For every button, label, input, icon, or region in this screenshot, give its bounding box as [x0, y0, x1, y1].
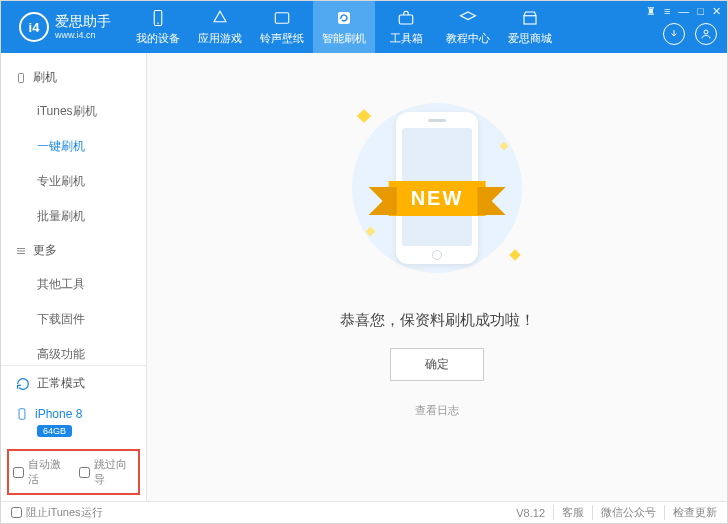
tab-my-device[interactable]: 我的设备	[127, 1, 189, 53]
post-flash-options: 自动激活 跳过向导	[7, 449, 140, 495]
brand-subtitle: www.i4.cn	[55, 30, 111, 41]
main-content: NEW 恭喜您，保资料刷机成功啦！ 确定 查看日志	[147, 53, 727, 501]
success-message: 恭喜您，保资料刷机成功啦！	[340, 311, 535, 330]
storage-badge: 64GB	[37, 425, 72, 437]
tab-label: 应用游戏	[198, 31, 242, 46]
skip-guide-checkbox[interactable]: 跳过向导	[79, 457, 135, 487]
wechat-link[interactable]: 微信公众号	[592, 505, 656, 520]
svg-rect-4	[399, 15, 413, 24]
phone-icon	[149, 9, 167, 27]
checkbox-label: 自动激活	[28, 457, 69, 487]
tab-label: 我的设备	[136, 31, 180, 46]
section-title: 更多	[33, 242, 57, 259]
apps-icon	[211, 9, 229, 27]
tab-apps[interactable]: 应用游戏	[189, 1, 251, 53]
device-row[interactable]: iPhone 8	[1, 401, 146, 423]
image-icon	[273, 9, 291, 27]
device-mode[interactable]: 正常模式	[1, 366, 146, 401]
minimize-button[interactable]: —	[678, 5, 689, 18]
device-name: iPhone 8	[35, 407, 82, 421]
block-itunes-checkbox[interactable]: 阻止iTunes运行	[11, 505, 103, 520]
graduation-icon	[459, 9, 477, 27]
view-log-link[interactable]: 查看日志	[415, 403, 459, 418]
refresh-blue-icon	[15, 376, 31, 392]
toolbox-icon	[397, 9, 415, 27]
svg-point-6	[704, 30, 708, 34]
checkbox-label: 阻止iTunes运行	[26, 505, 103, 520]
tab-store[interactable]: 爱思商城	[499, 1, 561, 53]
svg-rect-8	[19, 409, 25, 420]
sidebar-section-more[interactable]: 更多	[1, 234, 146, 267]
check-update-link[interactable]: 检查更新	[664, 505, 717, 520]
section-title: 刷机	[33, 69, 57, 86]
sidebar-item-batch-flash[interactable]: 批量刷机	[1, 199, 146, 234]
new-ribbon: NEW	[389, 181, 486, 216]
checkbox-label: 跳过向导	[94, 457, 135, 487]
app-header: i4 爱思助手 www.i4.cn 我的设备 应用游戏 铃声壁纸 智能刷机 工具…	[1, 1, 727, 53]
ok-button[interactable]: 确定	[390, 348, 484, 381]
svg-rect-2	[275, 12, 289, 23]
menu-button[interactable]: ≡	[664, 5, 670, 18]
phone-outline-icon	[15, 72, 27, 84]
user-button[interactable]	[695, 23, 717, 45]
download-button[interactable]	[663, 23, 685, 45]
tab-flash[interactable]: 智能刷机	[313, 1, 375, 53]
sidebar-section-flash[interactable]: 刷机	[1, 61, 146, 94]
tab-label: 智能刷机	[322, 31, 366, 46]
svg-rect-5	[524, 15, 536, 23]
tab-label: 铃声壁纸	[260, 31, 304, 46]
brand-title: 爱思助手	[55, 13, 111, 30]
tab-label: 工具箱	[390, 31, 423, 46]
tab-toolbox[interactable]: 工具箱	[375, 1, 437, 53]
sidebar-item-itunes-flash[interactable]: iTunes刷机	[1, 94, 146, 129]
maximize-button[interactable]: □	[697, 5, 704, 18]
close-button[interactable]: ✕	[712, 5, 721, 18]
support-link[interactable]: 客服	[553, 505, 584, 520]
mode-label: 正常模式	[37, 375, 85, 392]
tab-label: 教程中心	[446, 31, 490, 46]
sidebar: 刷机 iTunes刷机 一键刷机 专业刷机 批量刷机 更多 其他工具 下载固件 …	[1, 53, 147, 501]
tab-tutorials[interactable]: 教程中心	[437, 1, 499, 53]
tab-ringtones[interactable]: 铃声壁纸	[251, 1, 313, 53]
version-label: V8.12	[516, 507, 545, 519]
main-tabs: 我的设备 应用游戏 铃声壁纸 智能刷机 工具箱 教程中心 爱思商城	[127, 1, 561, 53]
tab-label: 爱思商城	[508, 31, 552, 46]
refresh-icon	[335, 9, 353, 27]
sidebar-item-pro-flash[interactable]: 专业刷机	[1, 164, 146, 199]
sidebar-item-download-firmware[interactable]: 下载固件	[1, 302, 146, 337]
logo-icon: i4	[19, 12, 49, 42]
svg-point-1	[157, 22, 159, 24]
phone-blue-icon	[15, 407, 29, 421]
auto-activate-checkbox[interactable]: 自动激活	[13, 457, 69, 487]
success-illustration: NEW	[337, 93, 537, 283]
status-bar: 阻止iTunes运行 V8.12 客服 微信公众号 检查更新	[1, 501, 727, 523]
skin-button[interactable]: ♜	[646, 5, 656, 18]
store-icon	[521, 9, 539, 27]
sidebar-item-other-tools[interactable]: 其他工具	[1, 267, 146, 302]
sidebar-item-oneclick-flash[interactable]: 一键刷机	[1, 129, 146, 164]
window-controls: ♜ ≡ — □ ✕	[646, 5, 721, 18]
app-logo: i4 爱思助手 www.i4.cn	[9, 12, 121, 42]
header-right-controls	[663, 23, 717, 45]
menu-lines-icon	[15, 245, 27, 257]
svg-rect-7	[19, 73, 24, 82]
sidebar-item-advanced[interactable]: 高级功能	[1, 337, 146, 365]
